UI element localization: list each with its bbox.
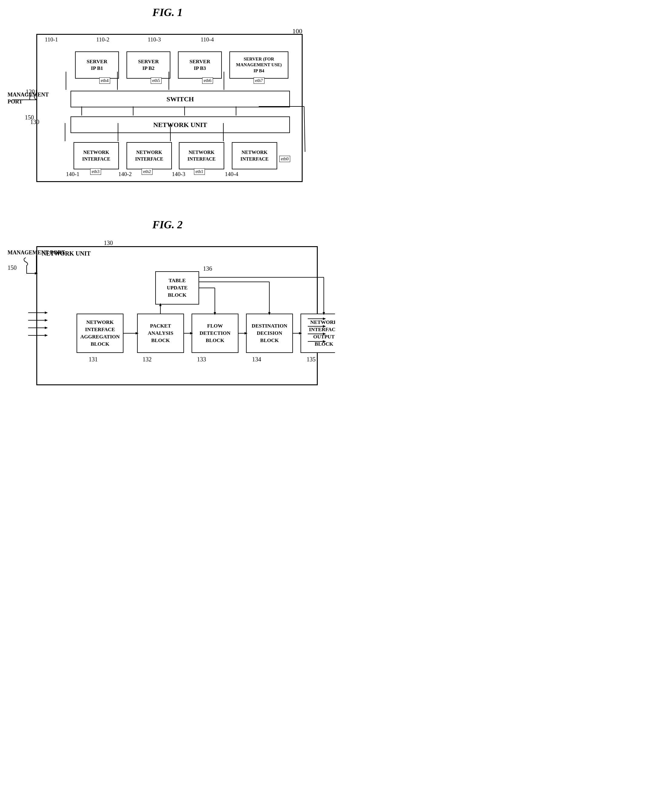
ref-140-4: 140-4: [225, 171, 238, 177]
server-box-1: SERVERIP B1: [75, 51, 119, 79]
switch-label: SWITCH: [166, 95, 194, 103]
network-unit-box: NETWORK UNIT: [71, 116, 290, 133]
ni-box-2: NETWORKINTERFACE: [127, 142, 172, 169]
mgmt-port-label: MANAGEMENTPORT: [8, 91, 35, 106]
eth7-label: eth7: [254, 78, 264, 84]
pab-text: PACKETANALYSISBLOCK: [148, 322, 173, 344]
fig2-diagram: MANAGEMENT PORT 150 NETWORK UNIT 130: [6, 237, 329, 400]
server-box-3: SERVERIP B3: [178, 51, 222, 79]
ref-130-fig2: 130: [104, 240, 113, 246]
output-arrows: [306, 316, 327, 350]
table-update-block: TABLEUPDATEBLOCK: [155, 271, 199, 304]
server-label-1: 110-1: [45, 36, 58, 43]
fig2-network-unit-label: NETWORK UNIT: [42, 250, 91, 257]
niab-text: NETWORKINTERFACEAGGREGATIONBLOCK: [80, 319, 120, 348]
ref-134: 134: [252, 356, 261, 363]
ni-box-4: NETWORKINTERFACE: [232, 142, 277, 169]
server-label-4: 110-4: [201, 36, 214, 43]
ref-140-1: 140-1: [66, 171, 79, 177]
ref-135: 135: [306, 356, 316, 363]
pab-block: PACKETANALYSISBLOCK: [137, 314, 184, 353]
eth5-label: eth5: [151, 78, 162, 84]
page-container: FIG. 1 100 110-1 110-2 110-3 110-4 SERVE…: [6, 6, 329, 400]
eth1-label: eth1: [194, 169, 205, 175]
ni-4-text: NETWORKINTERFACE: [240, 149, 268, 163]
fig1-diagram: 100 110-1 110-2 110-3 110-4 SERVERIP B1 …: [6, 25, 329, 200]
ref-136: 136: [203, 265, 212, 272]
server-3-text: SERVERIP B3: [189, 58, 210, 72]
ni-box-3: NETWORKINTERFACE: [179, 142, 224, 169]
fig2-outer-box: NETWORK UNIT 130 TABLEUPDATEBLOCK 136 NE…: [36, 246, 318, 385]
server-box-4: SERVER (FORMANAGEMENT USE)IP B4: [229, 51, 288, 79]
svg-marker-47: [323, 333, 326, 335]
server-label-2: 110-2: [96, 36, 110, 43]
server-2-text: SERVERIP B2: [138, 58, 159, 72]
switch-box: SWITCH: [71, 91, 290, 107]
svg-line-13: [304, 106, 305, 152]
svg-marker-49: [323, 340, 326, 343]
server-1-text: SERVERIP B1: [86, 58, 107, 72]
eth6-label: eth6: [202, 78, 213, 84]
ref-140-3: 140-3: [172, 171, 185, 177]
niab-block: NETWORKINTERFACEAGGREGATIONBLOCK: [76, 314, 124, 353]
tub-text: TABLEUPDATEBLOCK: [167, 277, 188, 299]
ref-150-2: 150: [8, 264, 17, 271]
ni-box-1: NETWORKINTERFACE: [74, 142, 119, 169]
svg-marker-43: [323, 317, 326, 320]
server-label-3: 110-3: [148, 36, 161, 43]
network-unit-label: NETWORK UNIT: [154, 121, 207, 129]
ddb-block: DESTINATIONDECISIONBLOCK: [246, 314, 293, 353]
ni-2-text: NETWORKINTERFACE: [135, 149, 163, 163]
server-4-text: SERVER (FORMANAGEMENT USE)IP B4: [236, 56, 282, 74]
output-arrows-svg: [306, 316, 327, 349]
ni-1-text: NETWORKINTERFACE: [82, 149, 110, 163]
eth2-label: eth2: [142, 169, 152, 175]
ref-130: 130: [30, 118, 39, 125]
ref-140-2: 140-2: [118, 171, 132, 177]
fig1-title: FIG. 1: [6, 6, 329, 19]
fdb-text: FLOWDETECTIONBLOCK: [200, 322, 230, 344]
fdb-block: FLOWDETECTIONBLOCK: [191, 314, 239, 353]
eth0-label: eth0: [279, 156, 290, 162]
eth3-label: eth3: [90, 169, 101, 175]
outer-box-100: 110-1 110-2 110-3 110-4 SERVERIP B1 SERV…: [36, 34, 303, 182]
ddb-text: DESTINATIONDECISIONBLOCK: [252, 322, 288, 344]
ref-131: 131: [89, 356, 98, 363]
ref-132: 132: [142, 356, 152, 363]
ref-133: 133: [197, 356, 206, 363]
fig2-title: FIG. 2: [6, 218, 329, 231]
server-box-2: SERVERIP B2: [127, 51, 170, 79]
svg-marker-45: [323, 325, 326, 328]
ni-3-text: NETWORKINTERFACE: [187, 149, 215, 163]
eth4-label: eth4: [99, 78, 110, 84]
